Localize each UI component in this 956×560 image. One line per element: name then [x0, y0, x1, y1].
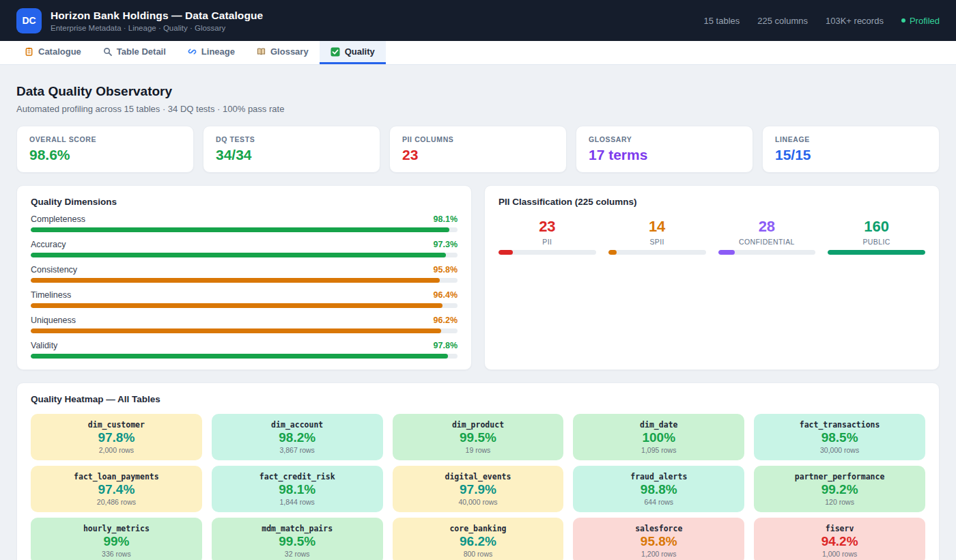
- table-row-count: 336 rows: [36, 550, 197, 558]
- pii-class-label: SPII: [608, 238, 706, 246]
- heatmap-cell-dim_customer[interactable]: dim_customer97.8%2,000 rows: [31, 414, 202, 460]
- table-score: 95.8%: [578, 534, 739, 549]
- dimension-row: Accuracy97.3%: [31, 240, 458, 249]
- pii-class-spii: 14SPII: [608, 218, 706, 255]
- check-square-icon: [331, 47, 340, 57]
- dimension-validity: Validity97.8%: [31, 341, 458, 359]
- dimension-bar-fill: [31, 253, 446, 257]
- table-row-count: 19 rows: [398, 446, 559, 454]
- table-name: dim_customer: [36, 420, 197, 430]
- dimension-label: Accuracy: [31, 240, 66, 249]
- header-stat: 103K+ records: [826, 16, 884, 26]
- app-title: Horizon Bank Holdings — Data Catalogue: [51, 10, 263, 22]
- table-row-count: 1,000 rows: [759, 550, 920, 558]
- pii-bar-fill: [828, 250, 925, 255]
- dimension-row: Timeliness96.4%: [31, 290, 458, 300]
- stat-card-value: 23: [402, 147, 554, 163]
- heatmap-cell-dim_product[interactable]: dim_product99.5%19 rows: [393, 414, 564, 460]
- stat-card-value: 15/15: [775, 147, 927, 163]
- stat-card-dq-tests: DQ Tests34/34: [203, 126, 380, 173]
- dimension-value: 98.1%: [434, 214, 458, 224]
- table-row-count: 800 rows: [398, 550, 559, 558]
- tab-table-detail[interactable]: Table Detail: [92, 41, 177, 64]
- table-score: 98.1%: [217, 482, 378, 497]
- stat-card-pii-columns: PII Columns23: [389, 126, 567, 173]
- heatmap-cell-fact_credit_risk[interactable]: fact_credit_risk98.1%1,844 rows: [212, 466, 383, 512]
- dimension-timeliness: Timeliness96.4%: [31, 290, 458, 308]
- pii-class-value: 14: [608, 218, 706, 236]
- dimension-value: 96.4%: [434, 290, 458, 300]
- heatmap-cell-hourly_metrics[interactable]: hourly_metrics99%336 rows: [31, 518, 202, 560]
- dimension-bar-track: [31, 278, 458, 283]
- pii-bar-fill: [718, 250, 735, 255]
- tab-lineage[interactable]: Lineage: [177, 41, 246, 64]
- dimension-value: 97.3%: [434, 240, 458, 249]
- heatmap-cell-partner_performance[interactable]: partner_performance99.2%120 rows: [754, 466, 925, 512]
- heatmap-cell-dim_date[interactable]: dim_date100%1,095 rows: [573, 414, 744, 460]
- page-title: Data Quality Observatory: [16, 84, 940, 99]
- dimension-uniqueness: Uniqueness96.2%: [31, 316, 458, 333]
- table-row-count: 120 rows: [759, 498, 920, 506]
- table-score: 98.8%: [578, 482, 739, 497]
- pii-bar-fill: [608, 250, 617, 255]
- dimension-row: Completeness98.1%: [31, 214, 458, 224]
- pii-class-value: 23: [498, 218, 596, 236]
- stat-card-value: 34/34: [216, 147, 367, 163]
- table-name: fact_loan_payments: [36, 472, 197, 481]
- table-name: digital_events: [398, 472, 559, 481]
- heatmap-cell-mdm_match_pairs[interactable]: mdm_match_pairs99.5%32 rows: [212, 518, 383, 560]
- pii-class-public: 160PUBLIC: [828, 218, 925, 255]
- table-name: core_banking: [398, 524, 559, 533]
- profiled-label: Profiled: [910, 16, 940, 26]
- stat-card-overall-score: Overall Score98.6%: [16, 126, 194, 173]
- dimension-label: Completeness: [31, 214, 85, 224]
- table-name: dim_account: [217, 420, 378, 430]
- tab-glossary[interactable]: Glossary: [246, 41, 320, 64]
- dimension-bar-fill: [31, 328, 441, 333]
- heatmap-cell-fiserv[interactable]: fiserv94.2%1,000 rows: [754, 518, 925, 560]
- pii-bar-track: [718, 250, 816, 255]
- stat-card-label: PII Columns: [402, 135, 554, 143]
- dimension-bar-track: [31, 354, 458, 359]
- table-row-count: 30,000 rows: [759, 446, 920, 454]
- book-icon: [257, 47, 266, 56]
- header-stat: 225 columns: [757, 16, 808, 26]
- pii-bar-track: [828, 250, 925, 255]
- heatmap-cell-fact_loan_payments[interactable]: fact_loan_payments97.4%20,486 rows: [31, 466, 202, 512]
- status-dot-icon: [901, 18, 905, 23]
- dimension-value: 96.2%: [434, 316, 458, 325]
- page-subtitle: Automated profiling across 15 tables · 3…: [16, 104, 940, 114]
- profiled-status: Profiled: [901, 16, 940, 26]
- dimension-bar-fill: [31, 354, 448, 359]
- heatmap-cell-digital_events[interactable]: digital_events97.9%40,000 rows: [393, 466, 564, 512]
- table-score: 99.5%: [217, 534, 378, 549]
- table-score: 97.8%: [36, 430, 197, 445]
- clipboard-icon: [25, 47, 33, 56]
- dimension-completeness: Completeness98.1%: [31, 214, 458, 232]
- table-score: 99.5%: [398, 430, 559, 445]
- tab-catalogue[interactable]: Catalogue: [14, 41, 92, 64]
- dimension-list: Completeness98.1%Accuracy97.3%Consistenc…: [31, 214, 458, 359]
- table-row-count: 1,095 rows: [578, 446, 739, 454]
- pii-class-label: PUBLIC: [828, 238, 925, 246]
- heatmap-cell-fact_transactions[interactable]: fact_transactions98.5%30,000 rows: [754, 414, 925, 460]
- heatmap-cell-fraud_alerts[interactable]: fraud_alerts98.8%644 rows: [573, 466, 744, 512]
- table-row-count: 20,486 rows: [36, 498, 197, 506]
- table-name: fact_credit_risk: [217, 472, 378, 481]
- pii-bar-track: [608, 250, 706, 255]
- header-stats: 15 tables225 columns103K+ records Profil…: [704, 16, 940, 26]
- tab-label: Table Detail: [117, 46, 166, 57]
- pii-grid: 23PII14SPII28CONFIDENTIAL160PUBLIC: [498, 218, 925, 255]
- dimension-value: 95.8%: [434, 265, 458, 275]
- heatmap-cell-dim_account[interactable]: dim_account98.2%3,867 rows: [212, 414, 383, 460]
- table-score: 94.2%: [759, 534, 920, 549]
- pii-class-label: PII: [498, 238, 596, 246]
- table-score: 97.4%: [36, 482, 197, 497]
- dimension-row: Validity97.8%: [31, 341, 458, 350]
- stat-card-value: 98.6%: [29, 147, 181, 163]
- app-subtitle: Enterprise Metadata · Lineage · Quality …: [51, 24, 263, 32]
- tab-quality[interactable]: Quality: [320, 41, 386, 64]
- heatmap-cell-salesforce[interactable]: salesforce95.8%1,200 rows: [573, 518, 744, 560]
- heatmap-cell-core_banking[interactable]: core_banking96.2%800 rows: [393, 518, 564, 560]
- table-row-count: 40,000 rows: [398, 498, 559, 506]
